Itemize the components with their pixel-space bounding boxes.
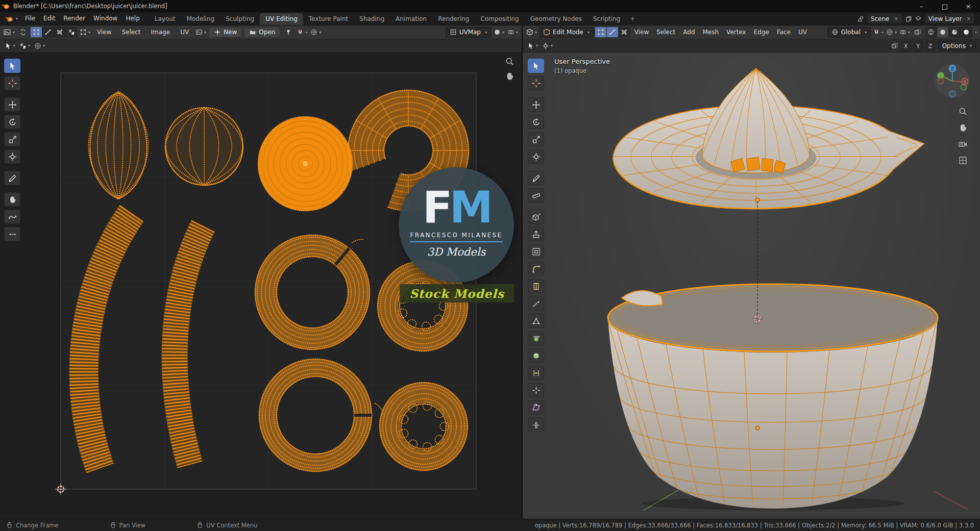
smooth-tool[interactable]	[528, 348, 544, 363]
v3d-menu-view[interactable]: View	[631, 26, 652, 39]
v3d-tool-option-1[interactable]: ▾	[542, 40, 553, 51]
image-browse-button[interactable]: ▾	[195, 27, 207, 38]
uv-scale-tool[interactable]	[4, 132, 20, 146]
solid-shading-button[interactable]	[937, 27, 948, 37]
uv-rotate-tool[interactable]	[4, 115, 20, 129]
v3d-menu-edge[interactable]: Edge	[751, 26, 772, 39]
uv-menu-view[interactable]: View	[93, 26, 115, 39]
view-layer-browse-icon[interactable]	[915, 15, 922, 22]
transform-orientation-selector[interactable]: Global▾	[827, 27, 871, 38]
pin-id-button[interactable]	[282, 27, 294, 38]
juicer-bowl-mesh[interactable]	[608, 284, 938, 510]
menu-edit[interactable]: Edit	[39, 12, 59, 25]
v3d-menu-add[interactable]: Add	[680, 26, 698, 39]
uv-map-selector[interactable]: UVMap▾	[446, 27, 491, 38]
juicer-reamer-mesh[interactable]	[613, 68, 924, 209]
menu-help[interactable]: Help	[121, 12, 143, 25]
scene-browse-icon[interactable]	[857, 15, 864, 22]
annotate-tool[interactable]	[528, 171, 544, 185]
v3d-menu-select[interactable]: Select	[653, 26, 678, 39]
scale-tool[interactable]	[528, 132, 544, 146]
tweak-select-tool[interactable]	[528, 59, 544, 73]
snap-toggle[interactable]: ▾	[872, 27, 884, 38]
menu-render[interactable]: Render	[59, 12, 89, 25]
poly-build-tool[interactable]	[528, 314, 544, 328]
uv-menu-image[interactable]: Image	[147, 26, 175, 39]
add-workspace-button[interactable]: +	[626, 13, 639, 25]
options-dropdown[interactable]: Options▾	[938, 41, 976, 50]
blender-menu-button[interactable]: ▾	[2, 15, 21, 23]
cursor-tool[interactable]	[528, 76, 544, 90]
loop-cut-tool[interactable]	[528, 279, 544, 293]
tab-layout[interactable]: Layout	[149, 13, 181, 25]
shrink-fatten-tool[interactable]	[528, 383, 544, 397]
measure-tool[interactable]	[528, 188, 544, 203]
image-open-button[interactable]: Open	[244, 27, 280, 38]
uv-island-select-button[interactable]	[66, 27, 77, 37]
uv-tweak-select-tool[interactable]	[4, 59, 20, 73]
maximize-button[interactable]: □	[933, 0, 957, 12]
gizmo-x-negative[interactable]	[938, 78, 944, 84]
view-layer-selector[interactable]: View Layer ×	[924, 13, 975, 24]
tab-shading[interactable]: Shading	[354, 13, 390, 25]
viewport-3d-canvas[interactable]: User Perspective (1) opaque	[523, 53, 980, 519]
display-channels-button[interactable]: ▾	[493, 27, 505, 38]
uv-cursor-tool[interactable]	[4, 76, 20, 90]
uv-pinch-tool[interactable]	[4, 227, 20, 241]
uv-grab-tool[interactable]	[4, 192, 20, 207]
v3d-menu-mesh[interactable]: Mesh	[700, 26, 722, 39]
spin-tool[interactable]	[528, 331, 544, 345]
uv-face-select-button[interactable]	[54, 27, 65, 37]
uv-proportional-edit-toggle[interactable]: ▾	[310, 27, 322, 38]
menu-window[interactable]: Window	[89, 12, 121, 25]
v3d-menu-face[interactable]: Face	[774, 26, 794, 39]
view-layer-unlink-icon[interactable]: ×	[967, 16, 971, 21]
menu-file[interactable]: File	[21, 12, 39, 25]
tab-texture-paint[interactable]: Texture Paint	[303, 13, 354, 25]
minimize-button[interactable]: –	[910, 0, 933, 12]
uv-annotate-tool[interactable]	[4, 171, 20, 185]
add-cube-tool[interactable]	[528, 210, 544, 224]
tab-animation[interactable]: Animation	[390, 13, 432, 25]
mirror-y-button[interactable]: Y	[914, 41, 923, 50]
tab-uv-editing[interactable]: UV Editing	[260, 13, 303, 25]
mirror-x-button[interactable]: X	[901, 41, 911, 50]
uv-transform-tool[interactable]	[4, 149, 20, 164]
uv-island-disc[interactable]	[258, 117, 352, 211]
mirror-z-button[interactable]: Z	[926, 41, 935, 50]
xray-toggle[interactable]	[912, 27, 924, 38]
uv-relax-tool[interactable]	[4, 210, 20, 224]
viewport-pan-hand-icon[interactable]	[958, 123, 968, 133]
uv-sticky-select-button[interactable]: ▾	[79, 27, 91, 38]
material-shading-button[interactable]	[949, 27, 960, 37]
uv-sync-select-toggle[interactable]	[17, 27, 29, 38]
overlays-toggle[interactable]: ▾	[899, 27, 911, 38]
extrude-region-tool[interactable]	[528, 227, 544, 241]
toggle-camera-view-icon[interactable]	[958, 139, 968, 149]
uv-island-sphere[interactable]	[165, 108, 243, 185]
close-button[interactable]: ×	[957, 0, 980, 12]
rotate-tool[interactable]	[528, 115, 544, 129]
scene-unlink-icon[interactable]: ×	[894, 16, 898, 21]
inset-faces-tool[interactable]	[528, 244, 544, 259]
navigation-gizmo[interactable]: Z X	[934, 63, 971, 99]
shear-tool[interactable]	[528, 400, 544, 415]
bevel-tool[interactable]	[528, 262, 544, 276]
gizmo-y-negative[interactable]	[961, 84, 967, 90]
toggle-ortho-grid-icon[interactable]	[958, 156, 968, 165]
mode-selector[interactable]: Edit Mode▾	[539, 27, 594, 38]
uv-vertex-select-button[interactable]	[31, 27, 42, 37]
v3d-active-tool-icon-button[interactable]: ▾	[527, 40, 538, 51]
tab-rendering[interactable]: Rendering	[432, 13, 475, 25]
transform-tool[interactable]	[528, 149, 544, 164]
uv-overlays-button[interactable]: ▾	[507, 27, 519, 38]
uv-tool-option-2[interactable]: ▾	[34, 40, 45, 51]
tab-sculpting[interactable]: Sculpting	[220, 13, 260, 25]
vertex-select-mode-button[interactable]	[595, 27, 606, 37]
uv-tool-option-1[interactable]: ▾	[19, 40, 31, 51]
edge-slide-tool[interactable]	[528, 366, 544, 380]
tab-scripting[interactable]: Scripting	[587, 13, 626, 25]
uv-menu-uv[interactable]: UV	[176, 26, 193, 39]
face-select-mode-button[interactable]	[619, 27, 630, 37]
new-scene-icon[interactable]	[905, 15, 912, 22]
